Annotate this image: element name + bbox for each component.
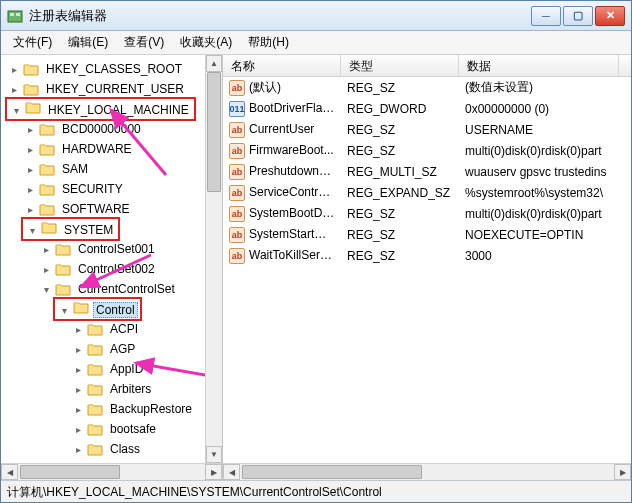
list-row[interactable]: abWaitToKillServi... REG_SZ 3000 [223, 245, 631, 266]
tree-item-hklm[interactable]: ▾HKEY_LOCAL_MACHINE [3, 99, 205, 119]
tree-label-ccs[interactable]: CurrentControlSet [75, 281, 178, 297]
expander-icon[interactable]: ▸ [7, 62, 21, 76]
list-row[interactable]: abPreshutdownO... REG_MULTI_SZ wuauserv … [223, 161, 631, 182]
tree-item-bootsafe[interactable]: ▸bootsafe [3, 419, 205, 439]
list-body[interactable]: ab(默认) REG_SZ (数值未设置) 011BootDriverFlags… [223, 77, 631, 463]
menu-help[interactable]: 帮助(H) [240, 31, 297, 54]
expander-icon[interactable]: ▸ [23, 182, 37, 196]
expander-icon[interactable]: ▸ [71, 442, 85, 456]
list-row[interactable]: abServiceControl... REG_EXPAND_SZ %syste… [223, 182, 631, 203]
tree-item-arbiters[interactable]: ▸Arbiters [3, 379, 205, 399]
value-name[interactable]: 011BootDriverFlags [223, 101, 341, 117]
tree-label-appid[interactable]: AppID [107, 361, 146, 377]
tree-item-security[interactable]: ▸SECURITY [3, 179, 205, 199]
value-name[interactable]: abPreshutdownO... [223, 164, 341, 180]
menu-file[interactable]: 文件(F) [5, 31, 60, 54]
tree-label-acpi[interactable]: ACPI [107, 321, 141, 337]
tree-label-software[interactable]: SOFTWARE [59, 201, 133, 217]
tree-item-hardware[interactable]: ▸HARDWARE [3, 139, 205, 159]
expander-icon[interactable]: ▾ [25, 224, 39, 238]
tree-item-cs001[interactable]: ▸ControlSet001 [3, 239, 205, 259]
scroll-left-icon[interactable]: ◀ [223, 464, 240, 480]
tree-label-sam[interactable]: SAM [59, 161, 91, 177]
tree-item-system[interactable]: ▾SYSTEM [3, 219, 205, 239]
expander-icon[interactable]: ▸ [39, 242, 53, 256]
tree-item-backuprestore[interactable]: ▸BackupRestore [3, 399, 205, 419]
scroll-thumb[interactable] [20, 465, 120, 479]
tree-label-cs002[interactable]: ControlSet002 [75, 261, 158, 277]
scroll-right-icon[interactable]: ▶ [205, 464, 222, 480]
scroll-up-icon[interactable]: ▲ [206, 55, 222, 72]
expander-icon[interactable]: ▾ [9, 104, 23, 118]
tree-item-control[interactable]: ▾Control [3, 299, 205, 319]
close-button[interactable]: ✕ [595, 6, 625, 26]
tree-label-agp[interactable]: AGP [107, 341, 138, 357]
tree-label-class[interactable]: Class [107, 441, 143, 457]
tree-item-agp[interactable]: ▸AGP [3, 339, 205, 359]
tree-scroll[interactable]: ▸HKEY_CLASSES_ROOT▸HKEY_CURRENT_USER▾HKE… [1, 55, 205, 463]
tree-label-security[interactable]: SECURITY [59, 181, 126, 197]
tree-item-acpi[interactable]: ▸ACPI [3, 319, 205, 339]
expander-icon[interactable]: ▸ [71, 422, 85, 436]
list-row[interactable]: abCurrentUser REG_SZ USERNAME [223, 119, 631, 140]
menu-edit[interactable]: 编辑(E) [60, 31, 116, 54]
tree-item-appid[interactable]: ▸AppID [3, 359, 205, 379]
list-hscrollbar[interactable]: ◀ ▶ [223, 463, 631, 480]
column-type[interactable]: 类型 [341, 55, 459, 76]
menu-favorites[interactable]: 收藏夹(A) [172, 31, 240, 54]
value-name[interactable]: abServiceControl... [223, 185, 341, 201]
scroll-right-icon[interactable]: ▶ [614, 464, 631, 480]
expander-icon[interactable]: ▸ [71, 322, 85, 336]
tree-label-hkcu[interactable]: HKEY_CURRENT_USER [43, 81, 187, 97]
minimize-button[interactable]: ─ [531, 6, 561, 26]
expander-icon[interactable]: ▾ [57, 304, 71, 318]
scroll-left-icon[interactable]: ◀ [1, 464, 18, 480]
tree-label-bootsafe[interactable]: bootsafe [107, 421, 159, 437]
tree-label-arbiters[interactable]: Arbiters [107, 381, 154, 397]
expander-icon[interactable]: ▸ [23, 162, 37, 176]
value-name[interactable]: abWaitToKillServi... [223, 248, 341, 264]
titlebar[interactable]: 注册表编辑器 ─ ▢ ✕ [1, 1, 631, 31]
value-name[interactable]: abFirmwareBoot... [223, 143, 341, 159]
scroll-thumb[interactable] [207, 72, 221, 192]
tree-item-sam[interactable]: ▸SAM [3, 159, 205, 179]
expander-icon[interactable]: ▸ [39, 262, 53, 276]
expander-icon[interactable]: ▸ [71, 362, 85, 376]
value-name[interactable]: abCurrentUser [223, 122, 341, 138]
tree-vscrollbar[interactable]: ▲ ▼ [205, 55, 222, 463]
list-row[interactable]: abSystemBootDe... REG_SZ multi(0)disk(0)… [223, 203, 631, 224]
tree-item-ccs[interactable]: ▾CurrentControlSet [3, 279, 205, 299]
expander-icon[interactable]: ▸ [71, 342, 85, 356]
value-name[interactable]: ab(默认) [223, 79, 341, 96]
tree-item-hkcu[interactable]: ▸HKEY_CURRENT_USER [3, 79, 205, 99]
maximize-button[interactable]: ▢ [563, 6, 593, 26]
column-name[interactable]: 名称 [223, 55, 341, 76]
tree-item-bcd[interactable]: ▸BCD00000000 [3, 119, 205, 139]
value-name[interactable]: abSystemBootDe... [223, 206, 341, 222]
tree-hscrollbar[interactable]: ◀ ▶ [1, 463, 222, 480]
tree-label-system[interactable]: SYSTEM [61, 222, 116, 238]
tree-label-hklm[interactable]: HKEY_LOCAL_MACHINE [45, 102, 192, 118]
expander-icon[interactable]: ▸ [71, 402, 85, 416]
expander-icon[interactable]: ▸ [71, 382, 85, 396]
tree-item-class[interactable]: ▸Class [3, 439, 205, 459]
tree-label-hardware[interactable]: HARDWARE [59, 141, 135, 157]
column-data[interactable]: 数据 [459, 55, 619, 76]
expander-icon[interactable]: ▾ [39, 282, 53, 296]
list-row[interactable]: 011BootDriverFlags REG_DWORD 0x00000000 … [223, 98, 631, 119]
tree-item-cs002[interactable]: ▸ControlSet002 [3, 259, 205, 279]
list-row[interactable]: abSystemStartOp... REG_SZ NOEXECUTE=OPTI… [223, 224, 631, 245]
expander-icon[interactable]: ▸ [23, 142, 37, 156]
tree-label-bcd[interactable]: BCD00000000 [59, 121, 144, 137]
scroll-thumb[interactable] [242, 465, 422, 479]
tree-label-control[interactable]: Control [93, 302, 138, 318]
tree-label-cs001[interactable]: ControlSet001 [75, 241, 158, 257]
expander-icon[interactable]: ▸ [23, 202, 37, 216]
expander-icon[interactable]: ▸ [23, 122, 37, 136]
value-name[interactable]: abSystemStartOp... [223, 227, 341, 243]
tree-item-software[interactable]: ▸SOFTWARE [3, 199, 205, 219]
tree-item-hkcr[interactable]: ▸HKEY_CLASSES_ROOT [3, 59, 205, 79]
tree-label-hkcr[interactable]: HKEY_CLASSES_ROOT [43, 61, 185, 77]
scroll-down-icon[interactable]: ▼ [206, 446, 222, 463]
list-row[interactable]: ab(默认) REG_SZ (数值未设置) [223, 77, 631, 98]
